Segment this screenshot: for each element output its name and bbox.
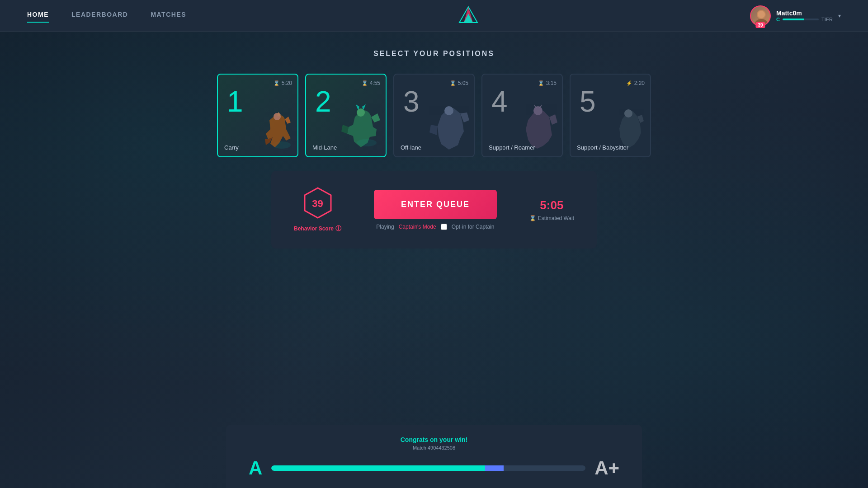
position-card-midlane[interactable]: ⌛ 4:55 2 Mid-Lane [305, 74, 387, 157]
card-label-support-roamer: Support / Roamer [489, 144, 535, 151]
card-timer-support-babysitter: ⚡ 2:20 [626, 80, 645, 86]
card-label-midlane: Mid-Lane [312, 144, 337, 151]
tier-text: TIER [821, 17, 833, 22]
hourglass-icon: ⌛ [274, 80, 280, 86]
playing-label: Playing [376, 224, 394, 230]
behavior-score-area: 39 Behavior Score ⓘ [294, 187, 341, 233]
card-timer-support-roamer: ⌛ 3:15 [538, 80, 557, 86]
page-title: SELECT YOUR POSITIONS [0, 50, 868, 58]
behavior-label: Behavior Score ⓘ [294, 225, 341, 233]
card-label-offlane: Off-lane [401, 144, 421, 151]
clock-icon: ⌛ [529, 215, 536, 221]
match-id: Match 4904432508 [249, 445, 619, 450]
card-number-offlane: 3 [403, 87, 420, 116]
card-number-carry: 1 [227, 87, 243, 116]
wait-label: ⌛ Estimated Wait [529, 215, 574, 221]
progress-bar-fill [271, 465, 485, 471]
position-card-support-babysitter[interactable]: ⚡ 2:20 5 Support / Babysitter [570, 74, 651, 157]
hero-offlane-icon [424, 104, 474, 156]
position-card-support-roamer[interactable]: ⌛ 3:15 4 Support / Roamer [481, 74, 563, 157]
lightning-icon: ⚡ [626, 80, 632, 86]
card-number-midlane: 2 [315, 87, 331, 116]
congrats-text: Congrats on your win! [249, 436, 619, 443]
hourglass-icon-3: ⌛ [450, 80, 456, 86]
avatar-badge: 39 [755, 22, 765, 28]
rank-next: A+ [594, 457, 619, 479]
username: Mattc0m [776, 9, 833, 17]
optin-label: Opt-in for Captain [452, 224, 495, 230]
card-label-carry: Carry [224, 144, 239, 151]
bottom-section: Congrats on your win! Match 4904432508 A… [226, 425, 642, 488]
tier-label: C [776, 17, 780, 22]
tier-bar-container: C TIER [776, 17, 833, 22]
enter-queue-container: ENTER QUEUE Playing Captain's Mode Opt-i… [374, 190, 497, 230]
rank-progress-bar [271, 465, 585, 471]
queue-sub-info: Playing Captain's Mode Opt-in for Captai… [376, 224, 494, 230]
hourglass-icon-2: ⌛ [362, 80, 368, 86]
main-content: SELECT YOUR POSITIONS ⌛ 5:20 1 Carry ⌛ [0, 32, 868, 280]
card-number-support-roamer: 4 [491, 87, 508, 116]
optin-checkbox[interactable] [441, 224, 447, 230]
nav-home[interactable]: HOME [27, 11, 49, 20]
nav-links: HOME LEADERBOARD MATCHES [27, 11, 186, 20]
user-area: 39 Mattc0m C TIER ▾ [750, 5, 841, 26]
svg-point-5 [758, 11, 765, 18]
rank-progress-row: A A+ [249, 457, 619, 479]
svg-point-11 [533, 106, 542, 115]
svg-point-8 [357, 108, 365, 117]
nav-leaderboard[interactable]: LEADERBOARD [71, 11, 128, 20]
logo[interactable] [457, 5, 480, 27]
hourglass-icon-4: ⌛ [538, 80, 544, 86]
behavior-score-number: 39 [312, 198, 323, 210]
progress-bar-extra [485, 465, 504, 471]
rank-current: A [249, 457, 262, 479]
dropdown-arrow-icon[interactable]: ▾ [838, 13, 841, 19]
navbar: HOME LEADERBOARD MATCHES 39 Mattc0m C [0, 0, 868, 32]
hex-badge-wrapper: 39 [303, 187, 332, 221]
position-card-offlane[interactable]: ⌛ 5:05 3 Off-lane [393, 74, 475, 157]
hero-carry-icon [252, 107, 297, 156]
card-timer-offlane: ⌛ 5:05 [450, 80, 468, 86]
wait-time: 5:05 [540, 198, 563, 212]
estimated-wait-area: 5:05 ⌛ Estimated Wait [529, 198, 574, 221]
card-timer-carry: ⌛ 5:20 [274, 80, 292, 86]
enter-queue-button[interactable]: ENTER QUEUE [374, 190, 497, 219]
card-timer-midlane: ⌛ 4:55 [362, 80, 380, 86]
tier-bar-fill [783, 19, 804, 20]
card-number-support-babysitter: 5 [580, 87, 596, 116]
tier-bar [783, 19, 819, 20]
avatar-container: 39 [750, 5, 771, 26]
svg-point-9 [357, 139, 377, 146]
svg-point-12 [624, 109, 632, 117]
position-card-carry[interactable]: ⌛ 5:20 1 Carry [217, 74, 298, 157]
positions-container: ⌛ 5:20 1 Carry ⌛ 4:55 2 [0, 74, 868, 157]
user-info: Mattc0m C TIER [776, 9, 833, 22]
queue-section: 39 Behavior Score ⓘ ENTER QUEUE Playing … [271, 171, 597, 249]
nav-matches[interactable]: MATCHES [151, 11, 186, 20]
hero-midlane-icon [336, 104, 386, 156]
svg-point-10 [444, 106, 453, 115]
info-icon[interactable]: ⓘ [335, 225, 341, 233]
captain-mode-label: Captain's Mode [399, 224, 436, 230]
card-label-support-babysitter: Support / Babysitter [577, 144, 628, 151]
